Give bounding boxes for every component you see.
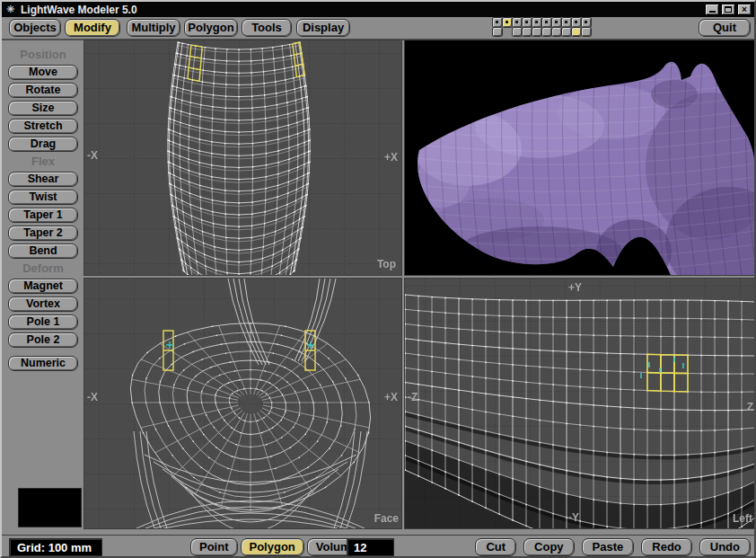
layer-background-button-3[interactable]	[513, 28, 522, 36]
window-controls: ×	[705, 4, 752, 15]
layer-column-6	[542, 18, 551, 37]
tool-pole2[interactable]: Pole 2	[8, 332, 78, 348]
layer-background-button-8[interactable]	[562, 28, 571, 36]
cut-button[interactable]: Cut	[475, 538, 516, 556]
redo-button[interactable]: Redo	[641, 538, 692, 556]
layer-content-dot	[496, 21, 498, 23]
menu-polygon[interactable]: Polygon	[184, 19, 238, 37]
tool-pole1[interactable]: Pole 1	[8, 314, 78, 330]
axis-label: -X	[87, 391, 98, 403]
layer-column-8	[562, 18, 571, 37]
edit-button-group: Cut Copy Paste Redo Undo	[475, 538, 751, 556]
top-view-canvas[interactable]	[84, 40, 401, 275]
axis-label: -Z	[408, 391, 418, 403]
viewport-name: Top	[377, 258, 396, 270]
tool-size[interactable]: Size	[8, 101, 78, 116]
close-icon[interactable]: ×	[737, 4, 752, 15]
layer-foreground-button-9[interactable]	[572, 18, 581, 27]
minimize-icon[interactable]	[705, 4, 719, 15]
menu-display[interactable]: Display	[296, 19, 350, 37]
menu-tools[interactable]: Tools	[242, 19, 292, 37]
layer-background-button-6[interactable]	[542, 28, 551, 36]
tool-vortex[interactable]: Vortex	[8, 297, 78, 312]
app-window: ✳ LightWave Modeler 5.0 × Objects Modify…	[0, 0, 756, 558]
status-bar: Grid: 100 mm Point Polygon Volume 12 Cut…	[2, 535, 754, 558]
section-title-deform: Deform	[2, 261, 84, 276]
copy-button[interactable]: Copy	[523, 538, 575, 556]
axis-label: +X	[384, 391, 398, 403]
layer-column-4	[523, 18, 532, 37]
layer-foreground-button-2[interactable]	[503, 18, 512, 27]
layer-foreground-button-7[interactable]	[552, 18, 561, 27]
mode-polygon[interactable]: Polygon	[241, 538, 304, 556]
layer-content-dot	[585, 21, 587, 23]
face-view-canvas[interactable]	[84, 279, 401, 528]
shaded-preview-canvas[interactable]	[405, 40, 755, 275]
maximize-icon[interactable]	[721, 4, 735, 15]
layer-column-2	[503, 18, 512, 37]
viewport-left: +Y -Y -Z Z Left	[405, 279, 755, 528]
layer-content-dot	[555, 21, 558, 23]
layer-column-1	[493, 18, 502, 37]
tool-taper1[interactable]: Taper 1	[8, 208, 78, 223]
axis-label: Z	[747, 401, 753, 413]
tool-twist[interactable]: Twist	[8, 190, 78, 205]
viewport-face: -X +X Face	[84, 279, 401, 528]
layer-selector	[493, 18, 591, 37]
tool-move[interactable]: Move	[8, 65, 78, 80]
tool-taper2[interactable]: Taper 2	[8, 226, 78, 241]
tool-rotate[interactable]: Rotate	[8, 83, 78, 98]
mode-point[interactable]: Point	[190, 538, 238, 556]
layer-foreground-button-1[interactable]	[493, 18, 502, 27]
numeric-button[interactable]: Numeric	[8, 356, 78, 371]
layer-foreground-button-3[interactable]	[513, 18, 522, 27]
selection-mode-group: Point Polygon Volume	[190, 538, 366, 556]
tool-shear[interactable]: Shear	[8, 172, 78, 187]
axis-label: +X	[384, 151, 398, 164]
quit-button[interactable]: Quit	[699, 19, 751, 37]
layer-column-9	[572, 18, 581, 37]
layer-column-3	[513, 18, 522, 37]
layer-content-dot	[505, 21, 508, 23]
viewport-name: Left	[733, 512, 752, 525]
layer-foreground-button-6[interactable]	[542, 18, 551, 27]
tool-bend[interactable]: Bend	[8, 244, 78, 259]
menu-objects[interactable]: Objects	[9, 19, 61, 37]
axis-label: -X	[87, 149, 98, 162]
selection-count-display: 12	[347, 538, 394, 556]
layer-column-5	[532, 18, 541, 37]
surface-color-swatch[interactable]	[19, 489, 81, 527]
tool-sidebar: Position Move Rotate Size Stretch Drag F…	[2, 40, 84, 535]
tool-stretch[interactable]: Stretch	[8, 119, 78, 134]
grid-size-display: Grid: 100 mm	[9, 538, 102, 556]
paste-button[interactable]: Paste	[582, 538, 635, 556]
tool-magnet[interactable]: Magnet	[8, 279, 78, 294]
layer-background-button-9[interactable]	[572, 28, 581, 36]
viewport-preview	[405, 40, 755, 275]
layer-background-button-1[interactable]	[493, 28, 502, 36]
menu-multiply[interactable]: Multiply	[127, 19, 180, 37]
viewport-name: Face	[374, 512, 399, 525]
left-view-canvas[interactable]	[405, 279, 755, 528]
layer-background-button-5[interactable]	[532, 28, 541, 36]
layer-background-button-10[interactable]	[582, 28, 591, 36]
layer-foreground-button-4[interactable]	[523, 18, 532, 27]
menu-bar: Objects Modify Multiply Polygon Tools Di…	[2, 17, 754, 40]
layer-background-button-4[interactable]	[523, 28, 532, 36]
undo-button[interactable]: Undo	[699, 538, 751, 556]
layer-content-dot	[515, 21, 518, 23]
section-title-flex: Flex	[2, 155, 84, 169]
tool-drag[interactable]: Drag	[8, 137, 78, 152]
section-title-position: Position	[2, 48, 84, 62]
window-title: LightWave Modeler 5.0	[21, 4, 137, 16]
menu-modify[interactable]: Modify	[65, 19, 120, 37]
layer-foreground-button-10[interactable]	[582, 18, 591, 27]
layer-background-button-7[interactable]	[552, 28, 561, 36]
layer-content-dot	[565, 21, 567, 23]
layer-foreground-button-8[interactable]	[562, 18, 571, 27]
app-icon: ✳	[4, 4, 16, 15]
viewport-top: -X +X Top	[84, 40, 401, 275]
layer-foreground-button-5[interactable]	[532, 18, 541, 27]
axis-label: +Y	[568, 281, 582, 294]
layer-column-7	[552, 18, 561, 37]
